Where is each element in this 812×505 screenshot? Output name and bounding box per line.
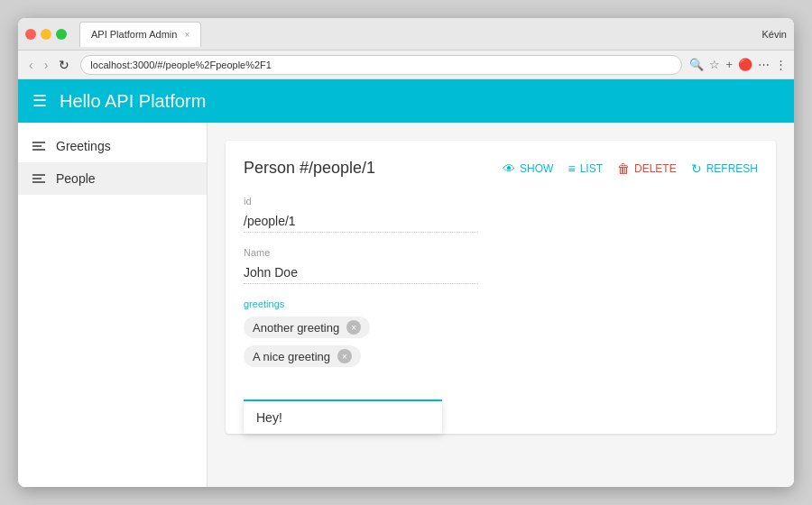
url-bar[interactable]: localhost:3000/#/people%2Fpeople%2F1 bbox=[80, 55, 682, 75]
tab-title: API Platform Admin bbox=[91, 29, 177, 40]
delete-button[interactable]: 🗑 DELETE bbox=[617, 161, 677, 176]
card-header: Person #/people/1 👁 SHOW ≡ LIST bbox=[244, 159, 758, 178]
name-field-group: Name John Doe bbox=[244, 247, 758, 284]
sidebar-item-people-label: People bbox=[56, 171, 96, 186]
refresh-button[interactable]: ↻ REFRESH bbox=[691, 161, 758, 176]
id-value: /people/1 bbox=[244, 210, 478, 233]
shield-icon: 🔴 bbox=[738, 58, 752, 71]
back-button[interactable]: ‹ bbox=[25, 56, 37, 74]
apps-icon[interactable]: ⋯ bbox=[758, 58, 770, 71]
menu-icon[interactable]: ⋮ bbox=[775, 58, 787, 71]
tag-another-label: Another greeting bbox=[253, 321, 339, 335]
app-header: ☰ Hello API Platform bbox=[18, 79, 794, 123]
list-icon-action: ≡ bbox=[567, 161, 575, 176]
browser-tab[interactable]: API Platform Admin × bbox=[79, 22, 201, 47]
close-button[interactable] bbox=[25, 29, 36, 40]
trash-icon: 🗑 bbox=[617, 161, 630, 176]
app-container: ☰ Hello API Platform Greetings People bbox=[18, 79, 794, 487]
name-value: John Doe bbox=[244, 262, 478, 284]
name-label: Name bbox=[244, 247, 758, 258]
url-text: localhost:3000/#/people%2Fpeople%2F1 bbox=[90, 60, 272, 70]
list-button[interactable]: ≡ LIST bbox=[567, 161, 603, 176]
tag-item-nice: A nice greeting × bbox=[244, 345, 361, 367]
greetings-field-group: greetings Another greeting × A nice gree… bbox=[244, 298, 758, 401]
dropdown-suggestion: Hey! bbox=[244, 401, 442, 434]
main-layout: Greetings People Person #/people/1 bbox=[18, 123, 794, 487]
browser-user: Kévin bbox=[761, 29, 787, 40]
refresh-label: REFRESH bbox=[706, 162, 758, 175]
address-bar: ‹ › ↻ localhost:3000/#/people%2Fpeople%2… bbox=[18, 50, 794, 79]
id-field-group: id /people/1 bbox=[244, 196, 758, 233]
tag-nice-remove[interactable]: × bbox=[337, 349, 352, 363]
greetings-label: greetings bbox=[244, 298, 758, 309]
address-icons: 🔍 ☆ + 🔴 ⋯ ⋮ bbox=[689, 58, 787, 71]
sidebar: Greetings People bbox=[18, 123, 208, 487]
maximize-button[interactable] bbox=[56, 29, 67, 40]
reload-button[interactable]: ↻ bbox=[55, 56, 73, 74]
card-title: Person #/people/1 bbox=[244, 159, 484, 178]
forward-button[interactable]: › bbox=[41, 56, 52, 74]
traffic-lights bbox=[25, 29, 67, 40]
id-label: id bbox=[244, 196, 758, 207]
sidebar-item-greetings-label: Greetings bbox=[56, 139, 111, 153]
tag-input-container: Hey! bbox=[244, 378, 442, 401]
show-label: SHOW bbox=[520, 162, 553, 175]
app-title: Hello API Platform bbox=[60, 91, 206, 112]
dropdown-item-hey[interactable]: Hey! bbox=[244, 401, 442, 434]
list-icon bbox=[32, 142, 45, 151]
minimize-button[interactable] bbox=[41, 29, 51, 40]
show-button[interactable]: 👁 SHOW bbox=[503, 161, 553, 176]
content-card: Person #/people/1 👁 SHOW ≡ LIST bbox=[226, 141, 776, 434]
nav-buttons: ‹ › ↻ bbox=[25, 56, 73, 74]
tag-another-remove[interactable]: × bbox=[346, 320, 361, 335]
browser-window: API Platform Admin × Kévin ‹ › ↻ localho… bbox=[18, 18, 794, 487]
hamburger-icon[interactable]: ☰ bbox=[32, 91, 47, 111]
sidebar-item-greetings[interactable]: Greetings bbox=[18, 130, 207, 162]
list-label: LIST bbox=[580, 162, 603, 175]
tab-close-button[interactable]: × bbox=[184, 30, 189, 40]
card-actions: 👁 SHOW ≡ LIST 🗑 DELETE bbox=[503, 161, 758, 176]
plus-icon[interactable]: + bbox=[725, 58, 733, 71]
delete-label: DELETE bbox=[634, 162, 677, 175]
star-icon[interactable]: ☆ bbox=[709, 58, 720, 71]
eye-icon: 👁 bbox=[503, 161, 515, 176]
tag-list: Another greeting × A nice greeting × bbox=[244, 317, 758, 367]
content-area: Person #/people/1 👁 SHOW ≡ LIST bbox=[208, 123, 794, 487]
sidebar-item-people[interactable]: People bbox=[18, 162, 207, 195]
refresh-icon: ↻ bbox=[691, 161, 702, 176]
tag-item-another: Another greeting × bbox=[244, 317, 370, 338]
tag-input[interactable] bbox=[244, 378, 442, 401]
tag-nice-label: A nice greeting bbox=[253, 350, 330, 363]
list-icon-people bbox=[32, 174, 45, 183]
title-bar: API Platform Admin × Kévin bbox=[18, 18, 794, 50]
search-icon[interactable]: 🔍 bbox=[689, 58, 704, 71]
